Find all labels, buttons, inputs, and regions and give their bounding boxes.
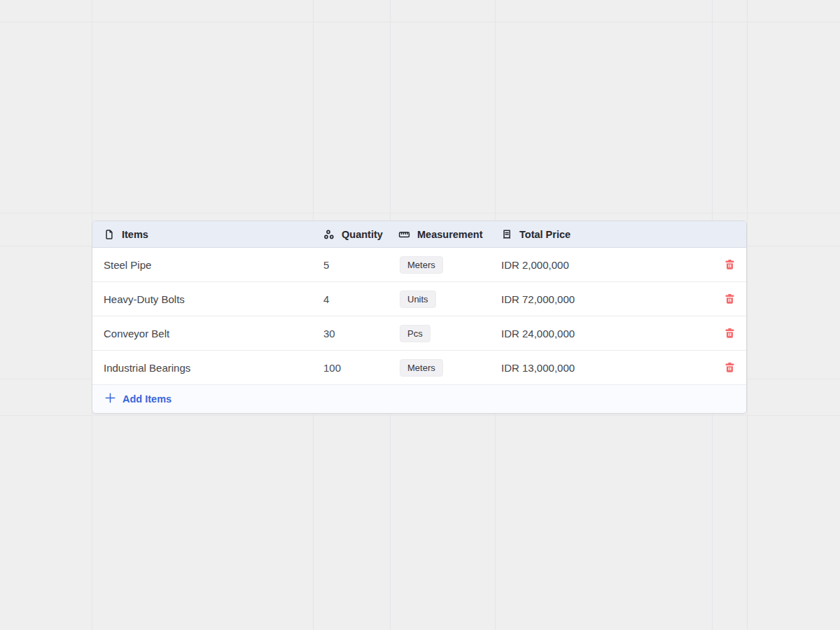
circles-icon xyxy=(323,229,335,240)
file-icon xyxy=(104,229,115,240)
delete-item-button[interactable] xyxy=(722,290,738,307)
delete-item-button[interactable] xyxy=(722,325,738,342)
item-quantity: 4 xyxy=(314,293,391,305)
table-row: Industrial Bearings 100 Meters IDR 13,00… xyxy=(92,351,746,385)
item-total-price: IDR 13,000,000 xyxy=(496,362,713,374)
item-name: Industrial Bearings xyxy=(92,362,314,374)
delete-item-button[interactable] xyxy=(722,256,738,273)
trash-icon xyxy=(724,362,735,373)
column-header-measurement: Measurement xyxy=(391,229,496,240)
trash-icon xyxy=(724,328,735,339)
column-header-quantity: Quantity xyxy=(314,229,391,240)
item-total-price: IDR 24,000,000 xyxy=(496,328,713,340)
item-name: Conveyor Belt xyxy=(92,328,314,340)
item-quantity: 5 xyxy=(314,259,391,271)
table-row: Steel Pipe 5 Meters IDR 2,000,000 xyxy=(92,248,746,282)
table-row: Heavy-Duty Bolts 4 Units IDR 72,000,000 xyxy=(92,282,746,316)
delete-item-button[interactable] xyxy=(722,359,738,376)
background-grid-line xyxy=(747,0,748,630)
add-items-button[interactable]: Add Items xyxy=(104,392,172,406)
item-name: Steel Pipe xyxy=(92,259,314,271)
column-header-label: Items xyxy=(122,229,148,240)
trash-icon xyxy=(724,293,735,304)
measurement-badge[interactable]: Meters xyxy=(400,359,443,377)
item-quantity: 100 xyxy=(314,362,391,374)
measurement-badge[interactable]: Pcs xyxy=(400,325,430,342)
column-header-label: Measurement xyxy=(417,229,482,240)
measurement-badge[interactable]: Units xyxy=(400,290,436,308)
background-grid-line xyxy=(0,22,840,22)
item-total-price: IDR 72,000,000 xyxy=(496,293,713,305)
item-total-price: IDR 2,000,000 xyxy=(496,259,713,271)
item-quantity: 30 xyxy=(314,328,391,340)
column-header-items: Items xyxy=(92,229,314,240)
item-name: Heavy-Duty Bolts xyxy=(92,293,314,305)
column-header-label: Quantity xyxy=(342,229,383,240)
add-items-label: Add Items xyxy=(122,393,172,405)
measurement-badge[interactable]: Meters xyxy=(400,256,443,274)
trash-icon xyxy=(724,259,735,270)
plus-icon xyxy=(104,392,116,406)
background-grid-line xyxy=(0,415,840,416)
receipt-icon xyxy=(501,229,512,240)
column-header-label: Total Price xyxy=(519,229,570,240)
background-grid-line xyxy=(0,213,840,214)
table-row: Conveyor Belt 30 Pcs IDR 24,000,000 xyxy=(92,316,746,351)
table-footer: Add Items xyxy=(92,385,746,413)
ruler-icon xyxy=(398,229,410,240)
table-header-row: Items Quantity Measurement xyxy=(92,221,746,248)
column-header-total-price: Total Price xyxy=(496,229,713,240)
items-table: Items Quantity Measurement xyxy=(92,220,747,414)
